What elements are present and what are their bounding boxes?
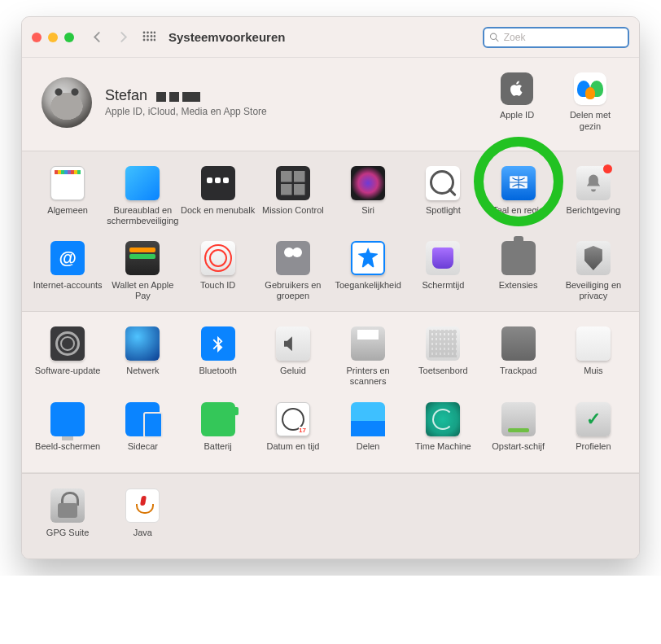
svg-point-9 — [147, 38, 149, 41]
gear-icon — [50, 326, 85, 361]
battery-icon — [201, 402, 235, 436]
pref-software-update[interactable]: Software-update — [30, 326, 105, 387]
svg-line-13 — [496, 39, 498, 42]
chevron-right-icon — [118, 32, 129, 42]
pref-security-privacy[interactable]: Beveiliging en privacy — [556, 241, 631, 301]
personal-panel: Algemeen Bureaublad en schermbeveiliging… — [22, 151, 639, 313]
search-field[interactable] — [483, 27, 629, 48]
time-machine-icon — [426, 402, 460, 436]
family-sharing-button[interactable]: Delen met gezin — [561, 72, 619, 133]
pref-spotlight[interactable]: Spotlight — [405, 166, 480, 226]
pref-sidecar[interactable]: Sidecar — [105, 402, 180, 462]
svg-point-1 — [147, 31, 149, 33]
wallet-icon — [125, 241, 160, 275]
pref-mouse[interactable]: Muis — [556, 326, 631, 387]
svg-point-3 — [154, 31, 155, 33]
pref-internet-accounts[interactable]: @Internet-accounts — [30, 241, 105, 301]
svg-point-7 — [154, 35, 155, 37]
window-title: Systeemvoorkeuren — [169, 30, 285, 44]
family-icon — [574, 72, 606, 105]
pref-network[interactable]: Netwerk — [105, 326, 180, 387]
users-icon — [276, 241, 310, 275]
notifications-icon — [576, 166, 611, 200]
pref-mission-control[interactable]: Mission Control — [256, 166, 330, 226]
back-button[interactable] — [87, 28, 107, 47]
toolbar: Systeemvoorkeuren — [22, 17, 639, 58]
java-cup-icon — [125, 488, 160, 523]
zoom-button[interactable] — [64, 33, 74, 42]
mission-control-icon — [276, 166, 310, 200]
pref-users-groups[interactable]: Gebruikers en groepen — [256, 241, 330, 301]
clock-calendar-icon — [276, 402, 310, 436]
show-all-button[interactable] — [139, 28, 159, 47]
pref-gpg-suite[interactable]: GPG Suite — [30, 488, 105, 549]
system-preferences-window: Systeemvoorkeuren Stefan Apple ID, iClou… — [21, 16, 640, 559]
forward-button[interactable] — [113, 28, 133, 47]
svg-point-2 — [151, 31, 153, 33]
puzzle-icon — [501, 241, 536, 275]
user-name: Stefan — [105, 87, 147, 103]
pref-accessibility[interactable]: Toegankelijkheid — [330, 241, 405, 301]
search-icon — [489, 32, 499, 42]
family-sharing-label: Delen met gezin — [561, 110, 619, 133]
pref-profiles[interactable]: Profielen — [556, 402, 631, 462]
siri-icon — [351, 166, 385, 200]
bluetooth-icon — [201, 326, 235, 361]
accessibility-icon — [351, 241, 385, 275]
search-input[interactable] — [502, 31, 623, 44]
pref-keyboard[interactable]: Toetsenbord — [405, 326, 480, 387]
pref-trackpad[interactable]: Trackpad — [481, 326, 556, 387]
mouse-icon — [576, 326, 611, 361]
close-button[interactable] — [32, 33, 42, 42]
pref-battery[interactable]: Batterij — [181, 402, 256, 462]
pref-dock[interactable]: Dock en menubalk — [181, 166, 256, 226]
pref-time-machine[interactable]: Time Machine — [405, 402, 480, 462]
pref-sharing[interactable]: Delen — [330, 402, 405, 462]
apple-id-label: Apple ID — [488, 110, 546, 121]
pref-siri[interactable]: Siri — [330, 166, 405, 226]
spotlight-icon — [426, 166, 460, 200]
checkmark-badge-icon — [576, 402, 611, 436]
pref-displays[interactable]: Beeld-schermen — [30, 402, 105, 462]
pref-algemeen[interactable]: Algemeen — [30, 166, 105, 226]
svg-point-4 — [143, 35, 146, 37]
language-region-icon — [501, 166, 536, 200]
pref-language-region[interactable]: Taal en regio — [481, 166, 556, 226]
user-text: Stefan Apple ID, iCloud, Media en App St… — [105, 87, 267, 117]
speaker-icon — [276, 326, 310, 361]
apple-id-button[interactable]: Apple ID — [488, 72, 546, 133]
pref-touch-id[interactable]: Touch ID — [181, 241, 256, 301]
user-subtitle: Apple ID, iCloud, Media en App Store — [105, 106, 267, 117]
pref-java[interactable]: Java — [105, 488, 180, 549]
pref-bluetooth[interactable]: Bluetooth — [181, 326, 256, 387]
svg-point-6 — [151, 35, 153, 37]
general-icon — [50, 166, 85, 200]
pref-printers[interactable]: Printers en scanners — [330, 326, 405, 387]
dock-icon — [201, 166, 235, 200]
pref-startup-disk[interactable]: Opstart-schijf — [481, 402, 556, 462]
hardware-panel: Software-update Netwerk Bluetooth Geluid… — [22, 312, 639, 472]
pref-screen-time[interactable]: Schermtijd — [405, 241, 480, 301]
house-shield-icon — [576, 241, 611, 275]
keyboard-icon — [426, 326, 460, 361]
svg-point-0 — [143, 31, 146, 33]
printer-icon — [351, 326, 385, 361]
grid-icon — [142, 31, 155, 44]
fingerprint-icon — [201, 241, 235, 275]
pref-extensions[interactable]: Extensies — [481, 241, 556, 301]
pref-date-time[interactable]: Datum en tijd — [256, 402, 330, 462]
pref-desktop[interactable]: Bureaublad en schermbeveiliging — [105, 166, 180, 226]
pref-notifications[interactable]: Berichtgeving — [556, 166, 631, 226]
trackpad-icon — [501, 326, 536, 361]
minimize-button[interactable] — [48, 33, 58, 42]
pref-sound[interactable]: Geluid — [256, 326, 330, 387]
redacted-surname — [156, 92, 200, 102]
svg-point-5 — [147, 35, 149, 37]
sidecar-icon — [125, 402, 160, 436]
user-name-row: Stefan — [105, 87, 267, 104]
pref-wallet[interactable]: Wallet en Apple Pay — [105, 241, 180, 301]
user-avatar[interactable] — [42, 77, 92, 128]
apple-logo-icon — [501, 72, 533, 105]
padlock-icon — [50, 488, 85, 523]
svg-point-8 — [143, 38, 146, 41]
